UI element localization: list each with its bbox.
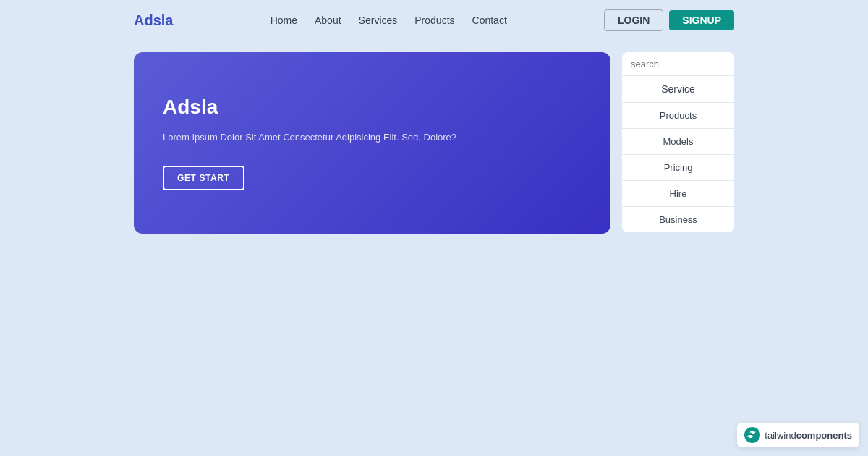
sidebar-item-products[interactable]: Products (622, 103, 734, 129)
nav-about[interactable]: About (315, 14, 341, 26)
footer-badge: tailwindcomponents (737, 423, 859, 447)
get-start-button[interactable]: GET START (163, 166, 244, 190)
login-button[interactable]: LOGIN (604, 9, 663, 31)
sidebar-item-business[interactable]: Business (622, 207, 734, 232)
hero-description: Lorem Ipsum Dolor Sit Amet Consectetur A… (163, 130, 582, 145)
search-input[interactable] (631, 59, 734, 69)
hero-card: Adsla Lorem Ipsum Dolor Sit Amet Consect… (134, 52, 610, 234)
navbar: Adsla Home About Services Products Conta… (0, 0, 868, 41)
nav-contact[interactable]: Contact (472, 14, 507, 26)
sidebar-item-hire[interactable]: Hire (622, 181, 734, 207)
search-container: 🔍 (622, 52, 734, 76)
sidebar-item-models[interactable]: Models (622, 129, 734, 155)
sidebar: 🔍 Service Products Models Pricing Hire B… (622, 52, 734, 232)
sidebar-heading: Service (622, 76, 734, 103)
nav-links: Home About Services Products Contact (271, 14, 507, 27)
signup-button[interactable]: SIGNUP (669, 10, 734, 30)
badge-text: tailwindcomponents (765, 430, 852, 441)
nav-services[interactable]: Services (359, 14, 398, 26)
brand-logo[interactable]: Adsla (134, 12, 173, 29)
tailwind-icon (744, 427, 760, 443)
sidebar-item-pricing[interactable]: Pricing (622, 155, 734, 181)
hero-title: Adsla (163, 96, 582, 119)
nav-products[interactable]: Products (414, 14, 454, 26)
main-content: Adsla Lorem Ipsum Dolor Sit Amet Consect… (0, 41, 868, 234)
nav-home[interactable]: Home (271, 14, 297, 26)
navbar-actions: LOGIN SIGNUP (604, 9, 734, 31)
